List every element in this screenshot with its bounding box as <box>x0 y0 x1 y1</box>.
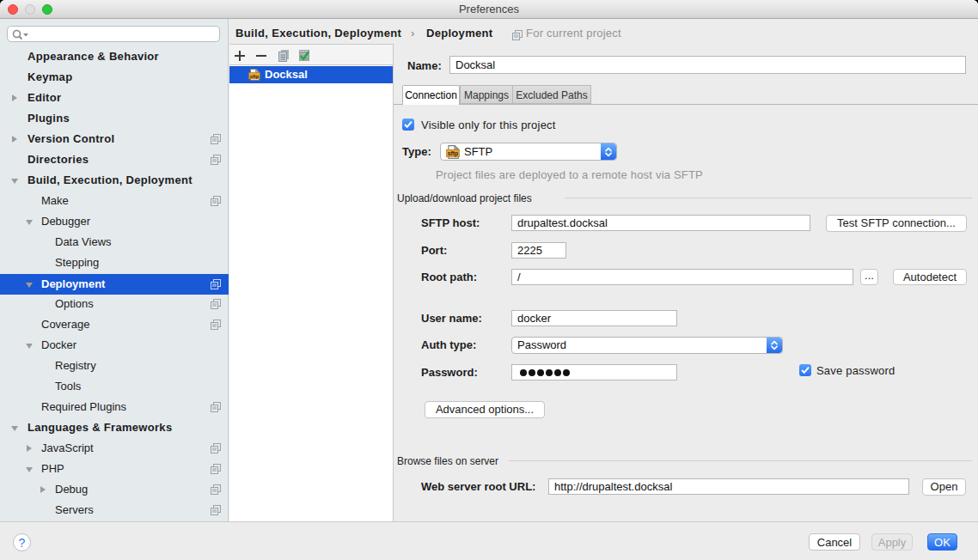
svg-text:sftp: sftp <box>250 74 260 79</box>
svg-text:sftp: sftp <box>448 150 459 157</box>
